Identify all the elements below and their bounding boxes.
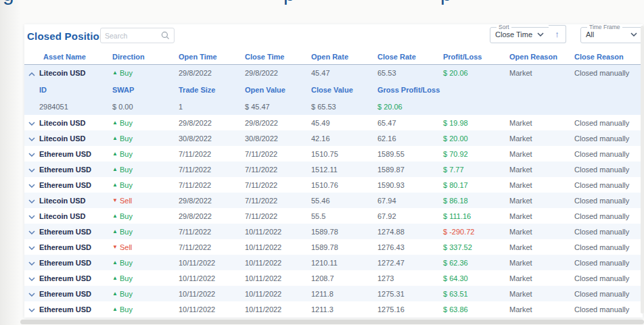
cell-asset-name: Ethereum USD — [39, 150, 112, 158]
detail-header-gross-profit-loss: Gross Profit/Loss — [377, 86, 443, 94]
table-row[interactable]: Litecoin USD▲Buy30/8/202230/8/202242.166… — [24, 130, 643, 146]
detail-header-trade-size: Trade Size — [179, 86, 245, 94]
detail-header-id: ID — [39, 86, 112, 94]
cell-direction: ▼Sell — [112, 243, 179, 251]
cell-open-rate: 1589.78 — [311, 228, 377, 236]
table-row[interactable]: Litecoin USD▲Buy29/8/202229/8/202245.476… — [24, 65, 643, 81]
expand-row-button[interactable] — [24, 208, 39, 224]
sort-value: Close Time — [495, 30, 537, 39]
panel-header: Closed Positions Sort Close Time ↑ Time … — [24, 24, 643, 49]
arrow-down-icon: ▼ — [112, 198, 118, 203]
cell-close-rate: 65.47 — [377, 119, 443, 127]
column-header-open-rate: Open Rate — [311, 53, 377, 61]
expand-row-button[interactable] — [24, 146, 39, 161]
detail-value-id: 2984051 — [39, 103, 112, 111]
table-row[interactable]: Ethereum USD▲Buy7/11/20227/11/20221510.7… — [24, 177, 643, 193]
table-row[interactable]: Ethereum USD▲Buy10/11/202210/11/20221208… — [24, 270, 643, 286]
cell-open-rate: 45.47 — [311, 69, 377, 77]
direction-label: Buy — [120, 166, 133, 174]
chevron-up-icon — [28, 68, 35, 78]
table-row[interactable]: Litecoin USD▼Sell29/8/20227/11/202255.46… — [24, 193, 643, 208]
chevron-down-icon — [28, 211, 35, 221]
arrow-up-icon: ▲ — [112, 291, 118, 297]
table-row[interactable]: Ethereum USD▲Buy7/11/20227/11/20221510.7… — [24, 146, 643, 161]
table-row[interactable]: Ethereum USD▲Buy7/11/20227/11/20221512.1… — [24, 161, 643, 177]
cell-open-rate: 1211.3 — [311, 305, 377, 314]
expand-row-button[interactable] — [24, 239, 39, 255]
table-row[interactable]: Ethereum USD▲Buy10/11/202210/11/20221210… — [24, 255, 643, 270]
detail-value-swap: $ 0.00 — [112, 103, 179, 111]
table-row[interactable]: Ethereum USD▲Buy10/11/202210/11/20221211… — [24, 286, 643, 301]
cell-open-rate: 1510.75 — [311, 150, 377, 158]
cell-open-reason: Market — [509, 212, 574, 220]
chevron-down-icon — [630, 32, 637, 36]
expand-row-button[interactable] — [24, 177, 39, 193]
expand-row-button[interactable] — [24, 286, 39, 301]
cell-open-rate: 1589.78 — [311, 243, 377, 251]
expand-row-button[interactable] — [24, 115, 39, 130]
cell-close-rate: 62.16 — [377, 134, 443, 143]
table-row[interactable]: Litecoin USD▲Buy29/8/20227/11/202255.567… — [24, 208, 643, 224]
cell-profit-loss: $ 111.16 — [443, 212, 509, 220]
chevron-down-icon — [28, 289, 35, 299]
cell-direction: ▲Buy — [112, 119, 179, 127]
cell-open-rate: 1208.7 — [311, 274, 377, 282]
cell-open-rate: 1210.11 — [311, 259, 377, 267]
cell-close-rate: 1589.55 — [377, 150, 443, 158]
cell-direction: ▼Sell — [112, 197, 179, 205]
cell-close-rate: 67.92 — [377, 212, 443, 220]
cell-close-time: 7/11/2022 — [245, 181, 311, 189]
horizontal-scrollbar[interactable] — [20, 320, 644, 324]
cell-profit-loss: $ 62.36 — [443, 259, 509, 267]
arrow-up-icon: ▲ — [112, 151, 118, 157]
expand-row-button[interactable] — [24, 301, 39, 317]
chevron-down-icon — [28, 304, 35, 314]
arrow-up-icon: ▲ — [112, 260, 118, 266]
cell-close-reason: Closed manually — [574, 212, 643, 220]
table-row[interactable]: Ethereum USD▲Buy7/11/202210/11/20221589.… — [24, 224, 643, 239]
expand-row-button[interactable] — [24, 193, 39, 208]
cell-profit-loss: $ 7.77 — [443, 166, 509, 174]
expand-row-button[interactable] — [24, 255, 39, 270]
table-row[interactable]: Litecoin USD▲Buy29/8/202229/8/202245.496… — [24, 115, 643, 130]
search-input[interactable] — [105, 32, 161, 40]
time-frame-select[interactable]: Time Frame All — [580, 25, 643, 43]
arrow-up-icon: ▲ — [112, 70, 118, 76]
arrow-up-icon: ▲ — [112, 276, 118, 281]
cell-open-time: 29/8/2022 — [179, 119, 245, 127]
cell-open-reason: Market — [509, 243, 574, 251]
cell-open-reason: Market — [509, 69, 574, 77]
chevron-down-icon — [28, 149, 35, 159]
cell-asset-name: Ethereum USD — [39, 166, 112, 174]
clipped-heading: g p p — [0, 0, 644, 8]
arrow-up-icon: ▲ — [112, 182, 118, 188]
cell-open-reason: Market — [509, 259, 574, 267]
cell-direction: ▲Buy — [112, 150, 179, 158]
table-row[interactable]: Ethereum USD▲Buy10/11/202210/11/20221211… — [24, 301, 643, 317]
cell-profit-loss: $ 19.98 — [443, 119, 509, 127]
cell-open-time: 10/11/2022 — [179, 290, 245, 298]
cell-direction: ▲Buy — [112, 212, 179, 220]
cell-asset-name: Litecoin USD — [39, 212, 112, 220]
vertical-scrollbar[interactable] — [641, 26, 644, 314]
expand-row-button[interactable] — [24, 224, 39, 239]
sort-label: Sort — [497, 25, 511, 29]
cell-direction: ▲Buy — [112, 274, 179, 282]
cell-close-time: 10/11/2022 — [245, 259, 311, 267]
column-header-direction: Direction — [112, 53, 179, 61]
table-row[interactable]: Ethereum USD▼Sell7/11/202210/11/20221589… — [24, 239, 643, 255]
sort-select[interactable]: Sort Close Time — [490, 25, 549, 43]
cell-open-time: 7/11/2022 — [179, 150, 245, 158]
chevron-down-icon — [28, 118, 35, 128]
collapse-row-button[interactable] — [24, 65, 39, 81]
expand-row-button[interactable] — [24, 130, 39, 146]
closed-positions-panel: Closed Positions Sort Close Time ↑ Time … — [24, 24, 643, 318]
expand-row-button[interactable] — [24, 161, 39, 177]
cell-close-reason: Closed manually — [574, 274, 643, 282]
expand-row-button[interactable] — [24, 270, 39, 286]
search-box[interactable] — [100, 28, 175, 43]
cell-open-reason: Market — [509, 197, 574, 205]
sort-direction-button[interactable]: ↑ — [549, 25, 566, 43]
cell-asset-name: Litecoin USD — [39, 69, 112, 77]
cell-direction: ▲Buy — [112, 305, 179, 314]
